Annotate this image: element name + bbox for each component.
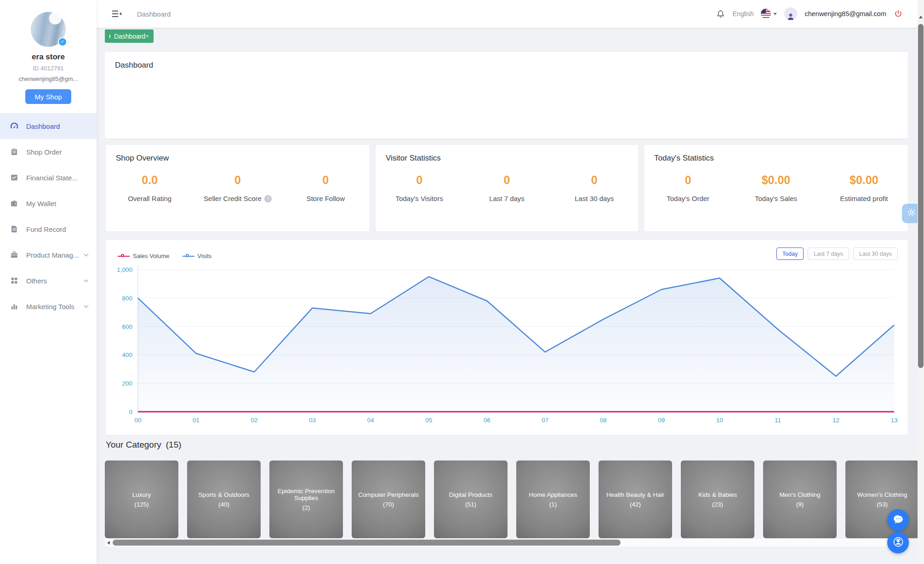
legend-visits[interactable]: Visits [183,253,212,259]
category-card[interactable]: Kids & Babies (23) [681,460,754,538]
today-stats: 0 Today's Order $0.00 Today's Sales $0.0… [644,173,908,203]
sidebar-item[interactable]: Fund Record [0,216,97,242]
range-button-today[interactable]: Today [776,247,804,260]
shop-order-icon [10,148,18,156]
chart-range-buttons: TodayLast 7 daysLast 30 days [776,247,898,260]
chevron-down-icon [84,253,89,257]
customer-service-button[interactable] [887,532,909,553]
panel-title: Shop Overview [116,154,169,163]
chat-bubble-icon [892,513,904,527]
tab-dashboard[interactable]: Dashboard × [105,29,154,43]
stat-label: Today's Visitors [395,195,443,202]
category-name: Luxury [132,491,151,498]
chevron-down-icon [84,279,89,282]
sales-visits-chart-panel: Sales VolumeVisits TodayLast 7 daysLast … [106,240,908,435]
summary-value: $0.00 [391,91,424,106]
stat-item: 0 Store Follow [282,173,370,203]
panel-title: Today's Statistics [654,154,714,163]
logout-power-icon[interactable] [894,9,903,18]
bell-icon[interactable] [716,9,725,19]
shop-overview-panel: Shop Overview 0.0 Overall Rating 0 Selle… [106,145,370,231]
range-button-last-7-days[interactable]: Last 7 days [808,247,849,260]
tab-active-dot [109,35,110,38]
category-card[interactable]: Health Beauty & Hair (42) [599,460,672,538]
horizontal-scrollbar-thumb[interactable] [113,540,621,546]
scroll-up-icon[interactable] [919,16,923,18]
stat-value: 0 [551,173,638,187]
tab-label: Dashboard [114,33,146,40]
scroll-left-icon[interactable] [107,541,110,545]
verified-badge-icon: ✓ [58,37,67,46]
sidebar-menu: Dashboard Shop Order Financial State... … [0,113,97,319]
stat-label: Today's Sales [755,195,797,202]
marketing-tools-icon [10,302,18,311]
category-card[interactable]: Luxury (125) [105,460,178,538]
category-product-count: (53) [877,501,888,508]
vertical-scrollbar [918,0,924,564]
category-card[interactable]: Men's Clothing (9) [763,460,837,538]
my-shop-button[interactable]: My Shop [25,89,71,104]
chevron-down-icon [84,305,89,308]
category-name: Men's Clothing [780,491,821,498]
chat-button[interactable] [887,509,909,531]
sidebar-item[interactable]: Dashboard [0,113,97,139]
sidebar-item[interactable]: Shop Order [0,139,97,165]
y-axis-label: 1,000 [117,266,132,273]
category-product-count: (51) [465,501,476,508]
category-card[interactable]: Home Appliances (1) [516,460,590,538]
sidebar-item[interactable]: Marketing Tools [0,294,97,319]
summary-card: 0 Total Products [115,77,304,131]
sidebar-item-label: Shop Order [26,148,62,156]
range-button-last-30-days[interactable]: Last 30 days [853,247,898,260]
language-selector[interactable]: English [733,10,754,17]
sidebar-item[interactable]: My Wallet [0,190,97,216]
stat-item: 0 Last 30 days [551,173,638,203]
vertical-scrollbar-thumb[interactable] [918,24,924,368]
x-axis-label: 01 [193,417,200,424]
category-product-count: (9) [796,501,804,508]
us-flag-icon [761,9,771,19]
sidebar-item[interactable]: Product Manag... [0,242,97,268]
category-card[interactable]: Women's Clothing (53) [845,460,919,538]
category-name: Sports & Outdoors [198,491,249,498]
sidebar-item-label: Dashboard [26,122,60,130]
sidebar-item[interactable]: Financial State... [0,165,97,190]
product-management-icon [10,251,18,259]
category-card[interactable]: Epidemic Prevention Supplies (2) [269,460,343,538]
category-card[interactable]: Computer Peripherals (70) [352,460,425,538]
legend-sales-volume[interactable]: Sales Volume [118,253,170,259]
summary-value: $0.00 [787,91,820,106]
category-product-count: (70) [383,501,394,508]
y-axis-label: 400 [122,351,132,358]
x-axis-label: 11 [775,417,781,424]
header-right: English chenwenjing85@gmail.com [716,7,910,20]
menu-collapse-icon[interactable] [112,10,121,17]
stat-label: Overall Rating [128,195,171,202]
summary-label: Total Sales Amount [378,110,437,118]
sidebar-item-label: Fund Record [26,225,66,233]
flag-dropdown[interactable] [761,9,777,19]
breadcrumb: Dashboard [137,10,171,18]
others-icon [10,276,18,285]
overview-title: Dashboard [115,61,153,70]
user-avatar[interactable] [784,7,797,20]
financial-statement-icon [10,173,18,182]
category-product-count: (125) [134,501,149,508]
dashboard-icon [10,122,18,130]
stat-item: $0.00 Estimated profit [820,173,908,203]
stat-value: 0 [376,173,463,187]
sidebar-item-label: Others [26,277,47,285]
category-count: (15) [166,440,182,449]
x-axis-label: 02 [251,417,258,424]
sidebar-item-label: My Wallet [26,200,56,207]
tab-close-icon[interactable]: × [145,33,149,40]
category-name: Epidemic Prevention Supplies [272,488,340,501]
sidebar-item-label: Product Manag... [26,251,79,259]
stat-item: $0.00 Today's Sales [732,173,820,203]
category-card[interactable]: Sports & Outdoors (40) [187,460,261,538]
store-avatar: ✓ [31,12,66,47]
sidebar-item[interactable]: Others [0,268,97,294]
category-card[interactable]: Digital Products (51) [434,460,508,538]
account-email[interactable]: chenwenjing85@gmail.com [804,10,886,17]
help-icon[interactable]: ? [264,195,272,202]
